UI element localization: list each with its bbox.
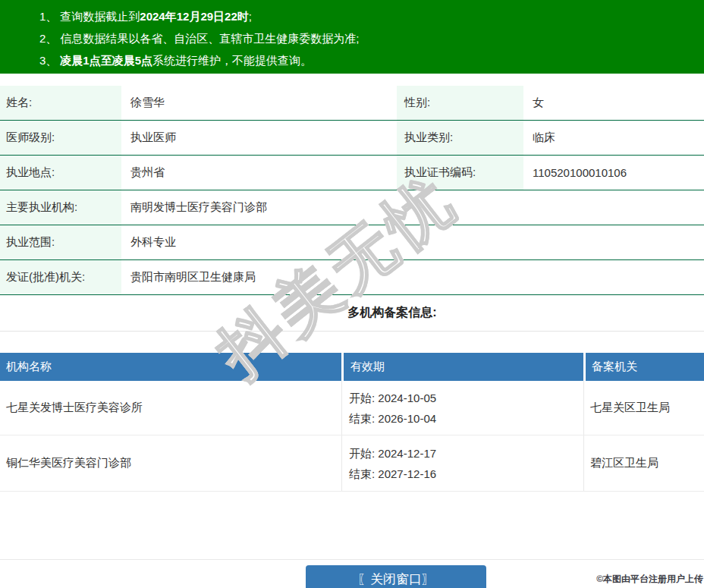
field-label-certificate-number: 执业证书编码: [397,156,523,190]
notice-line: 1、查询数据截止到2024年12月29日22时; [39,5,696,27]
field-label-issuing-authority: 发证(批准)机关: [0,260,121,294]
notice-text-bold: 2024年12月29日22时 [140,10,248,23]
close-window-button[interactable]: 〖关闭窗口〗 [306,565,486,588]
cell-org-name: 铜仁华美医疗美容门诊部 [0,435,341,491]
validity-end: 结束: 2027-12-16 [349,464,436,484]
field-label-name: 姓名: [0,86,121,120]
notice-line: 2、信息数据结果以各省、自治区、直辖市卫生健康委数据为准; [39,27,696,49]
notice-text: 查询数据截止到 [60,10,140,23]
notice-text: 信息数据结果以各省、自治区、直辖市卫生健康委数据为准; [60,32,359,45]
field-value-issuing-authority: 贵阳市南明区卫生健康局 [121,260,704,294]
column-header-org: 机构名称 [0,353,341,381]
field-value-name: 徐雪华 [121,86,397,120]
field-value-certificate-number: 110520100010106 [523,156,704,190]
notice-text: 系统进行维护，不能提供查询。 [152,54,312,67]
validity-start: 开始: 2024-12-17 [349,443,436,464]
table-row: 姓名: 徐雪华 性别: 女 [0,86,704,121]
field-value-main-institution: 南明发博士医疗美容门诊部 [121,190,704,225]
table-row: 发证(批准)机关: 贵阳市南明区卫生健康局 [0,260,704,295]
field-value-practice-location: 贵州省 [121,156,397,190]
registry-table-header: 机构名称 有效期 备案机关 [0,353,704,381]
field-label-gender: 性别: [397,86,523,120]
validity-start: 开始: 2024-10-05 [349,388,436,408]
practitioner-profile-table: 姓名: 徐雪华 性别: 女 医师级别: 执业医师 执业类别: 临床 执业地点: … [0,86,704,295]
table-row: 执业范围: 外科专业 [0,225,704,260]
field-label-doctor-level: 医师级别: [0,121,121,155]
notice-banner: 1、查询数据截止到2024年12月29日22时; 2、信息数据结果以各省、自治区… [0,0,704,74]
divider [0,559,704,560]
notice-number: 3、 [39,54,57,67]
section-heading-row: 多机构备案信息: [0,295,704,332]
upload-credit-text: ©本图由平台注册用户上传 [596,573,703,586]
column-header-authority: 备案机关 [583,353,704,381]
cell-authority: 碧江区卫生局 [583,435,704,491]
cell-org-name: 七星关发博士医疗美容诊所 [0,381,341,435]
cell-validity: 开始: 2024-10-05 结束: 2026-10-04 [341,381,583,435]
field-value-practice-category: 临床 [523,121,704,155]
field-value-doctor-level: 执业医师 [121,121,397,155]
table-row: 铜仁华美医疗美容门诊部 开始: 2024-12-17 结束: 2027-12-1… [0,435,704,492]
table-row: 医师级别: 执业医师 执业类别: 临床 [0,121,704,156]
field-value-practice-scope: 外科专业 [121,225,704,259]
field-label-main-institution: 主要执业机构: [0,190,121,225]
notice-number: 2、 [39,32,57,45]
column-header-validity: 有效期 [341,353,583,381]
validity-end: 结束: 2026-10-04 [349,408,436,429]
field-label-practice-category: 执业类别: [397,121,523,155]
table-row: 执业地点: 贵州省 执业证书编码: 110520100010106 [0,156,704,190]
notice-number: 1、 [39,10,57,23]
cell-authority: 七星关区卫生局 [583,381,704,435]
registry-table: 机构名称 有效期 备案机关 七星关发博士医疗美容诊所 开始: 2024-10-0… [0,353,704,492]
notice-line: 3、凌晨1点至凌晨5点系统进行维护，不能提供查询。 [39,49,696,71]
section-heading: 多机构备案信息: [347,305,436,321]
table-row: 七星关发博士医疗美容诊所 开始: 2024-10-05 结束: 2026-10-… [0,381,704,435]
notice-text-bold: 凌晨1点至凌晨5点 [60,54,152,67]
notice-text: ; [249,10,252,23]
table-row: 主要执业机构: 南明发博士医疗美容门诊部 [0,190,704,225]
field-label-practice-location: 执业地点: [0,156,121,190]
field-value-gender: 女 [523,86,704,120]
field-label-practice-scope: 执业范围: [0,225,121,259]
cell-validity: 开始: 2024-12-17 结束: 2027-12-16 [341,435,583,491]
spacer [0,492,704,559]
